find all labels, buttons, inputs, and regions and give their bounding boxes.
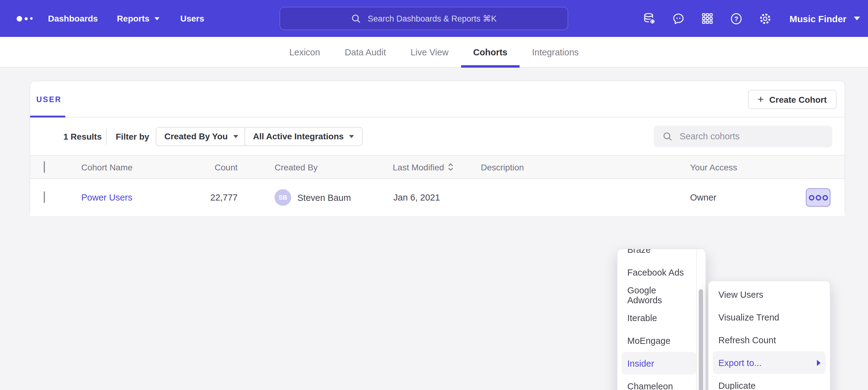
table-row: Power Users 22,777 SB Steven Baum Jan 6,… (30, 179, 845, 216)
tab-integrations[interactable]: Integrations (532, 37, 579, 67)
chat-feedback-icon[interactable] (672, 12, 685, 25)
export-submenu-list: Braze Facebook Ads Google Adwords Iterab… (617, 249, 696, 390)
top-navbar: Dashboards Reports Users Search Dashboar… (0, 0, 868, 37)
svg-text:?: ? (735, 15, 738, 23)
tab-data-audit[interactable]: Data Audit (345, 37, 386, 67)
mixpanel-dots-logo[interactable] (17, 0, 33, 37)
help-icon[interactable]: ? (730, 12, 743, 25)
cohort-count: 22,777 (184, 193, 238, 202)
project-switcher[interactable]: Music Finder (789, 13, 860, 24)
nav-right-cluster: ? Music Finder (643, 0, 860, 37)
nav-item-users[interactable]: Users (180, 13, 205, 23)
row-checkbox[interactable] (44, 191, 45, 203)
apps-grid-icon[interactable] (701, 12, 714, 25)
your-access-value: Owner (690, 193, 716, 202)
chevron-down-icon (854, 17, 860, 20)
last-modified-date: Jan 6, 2021 (393, 193, 440, 202)
menu-item-chameleon[interactable]: Chameleon (622, 375, 696, 390)
menu-item-insider[interactable]: Insider (622, 352, 696, 375)
menu-item-export-to[interactable]: Export to... (713, 351, 826, 374)
menu-item-iterable[interactable]: Iterable (622, 306, 696, 329)
row-actions-button[interactable] (806, 188, 831, 207)
tab-lexicon[interactable]: Lexicon (289, 37, 320, 67)
created-by-filter-label: Created By You (164, 131, 228, 141)
ellipsis-circle-icon (809, 195, 814, 200)
ellipsis-circle-icon (815, 195, 821, 200)
project-name: Music Finder (789, 13, 846, 24)
last-modified-label: Last Modified (393, 162, 444, 172)
menu-item-view-users[interactable]: View Users (713, 283, 826, 306)
chevron-down-icon (233, 135, 238, 138)
chevron-down-icon (155, 17, 159, 20)
logo-dot-large (17, 16, 22, 21)
row-context-menu: View Users Visualize Trend Refresh Count… (708, 281, 831, 390)
search-cohorts-input[interactable]: Search cohorts (654, 126, 832, 147)
logo-dot-small (30, 17, 33, 20)
export-to-label: Export to... (718, 358, 762, 367)
table-header: Cohort Name Count Created By Last Modifi… (30, 155, 845, 179)
export-submenu: Braze Facebook Ads Google Adwords Iterab… (617, 249, 706, 390)
nav-item-reports[interactable]: Reports (117, 13, 159, 23)
chevron-down-icon (349, 135, 354, 138)
column-header-created-by[interactable]: Created By (275, 162, 318, 172)
integrations-filter-dropdown[interactable]: All Active Integrations (244, 127, 363, 146)
settings-gear-icon[interactable] (759, 12, 772, 25)
cohort-type-tabs: USER + Create Cohort (30, 81, 845, 118)
submenu-scrollbar-track (696, 249, 706, 390)
logo-dot-medium (25, 17, 28, 20)
column-header-cohort-name[interactable]: Cohort Name (81, 162, 133, 172)
avatar: SB (275, 189, 291, 206)
filter-by-label: Filter by (116, 131, 149, 141)
global-search-input[interactable]: Search Dashboards & Reports ⌘K (279, 7, 568, 30)
plus-icon: + (757, 94, 764, 104)
divider (106, 128, 106, 144)
page-content: USER + Create Cohort 1 Results Filter by… (0, 68, 868, 390)
nav-item-dashboards[interactable]: Dashboards (48, 13, 98, 23)
column-header-count[interactable]: Count (184, 162, 238, 172)
results-count: 1 Results (63, 131, 102, 141)
select-all-checkbox[interactable] (44, 161, 45, 172)
menu-item-braze[interactable]: Braze (622, 249, 696, 261)
menu-item-refresh-count[interactable]: Refresh Count (713, 328, 826, 351)
tab-live-view[interactable]: Live View (411, 37, 449, 67)
data-management-icon[interactable] (643, 12, 656, 25)
created-by-name: Steven Baum (297, 193, 351, 202)
column-header-description[interactable]: Description (481, 162, 524, 172)
menu-item-facebook-ads[interactable]: Facebook Ads (622, 261, 696, 284)
search-icon (662, 131, 673, 141)
cohort-name-link[interactable]: Power Users (81, 193, 132, 202)
submenu-scrollbar-thumb[interactable] (699, 289, 703, 390)
app-window: Dashboards Reports Users Search Dashboar… (0, 0, 868, 390)
column-header-last-modified[interactable]: Last Modified (393, 162, 454, 172)
active-tab-underline (30, 115, 65, 118)
menu-item-duplicate[interactable]: Duplicate (713, 374, 826, 390)
ellipsis-circle-icon (822, 195, 828, 200)
menu-item-moengage[interactable]: MoEngage (622, 329, 696, 352)
create-cohort-label: Create Cohort (769, 94, 827, 104)
submenu-arrow-icon (817, 360, 820, 366)
global-search-placeholder: Search Dashboards & Reports ⌘K (368, 13, 497, 23)
nav-item-users-label: Users (180, 13, 205, 23)
created-by-cell: SB Steven Baum (275, 189, 351, 206)
create-cohort-button[interactable]: + Create Cohort (748, 90, 837, 109)
section-tabs: Lexicon Data Audit Live View Cohorts Int… (0, 37, 868, 68)
sort-icon (448, 163, 454, 171)
cohorts-card: USER + Create Cohort 1 Results Filter by… (30, 80, 845, 216)
column-header-your-access[interactable]: Your Access (690, 162, 737, 172)
nav-item-reports-label: Reports (117, 13, 150, 23)
search-cohorts-placeholder: Search cohorts (680, 131, 740, 141)
menu-item-google-adwords[interactable]: Google Adwords (622, 284, 696, 306)
menu-item-visualize-trend[interactable]: Visualize Trend (713, 306, 826, 328)
nav-item-dashboards-label: Dashboards (48, 13, 98, 23)
tab-user-cohorts[interactable]: USER (36, 81, 62, 118)
created-by-filter-dropdown[interactable]: Created By You (156, 127, 247, 146)
search-icon (351, 13, 362, 24)
filter-row: 1 Results Filter by Created By You All A… (30, 118, 845, 155)
tab-cohorts[interactable]: Cohorts (473, 37, 507, 67)
nav-links: Dashboards Reports Users (48, 0, 205, 37)
integrations-filter-label: All Active Integrations (253, 131, 344, 141)
